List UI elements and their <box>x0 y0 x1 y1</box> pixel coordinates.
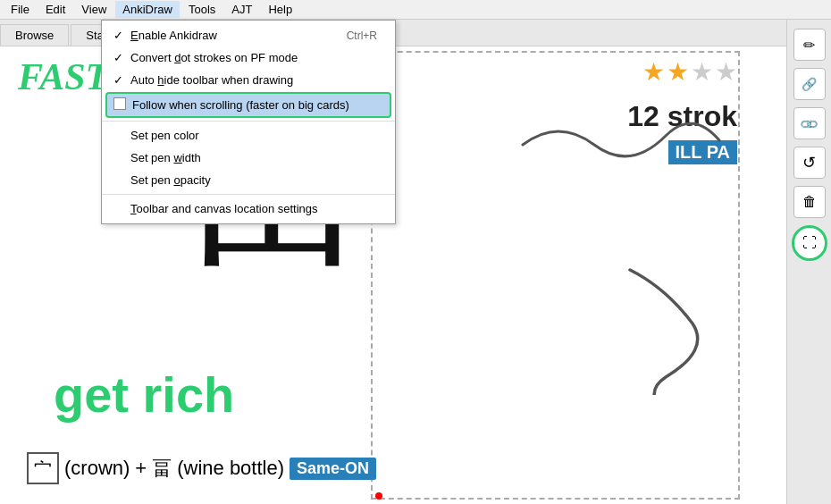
menu-follow-scrolling[interactable]: Follow when scrolling (faster on big car… <box>105 92 391 118</box>
menu-convert-dot[interactable]: ✓ Convert dot strokes on PF mode <box>102 46 395 69</box>
same-on-badge: Same-ON <box>290 458 376 480</box>
chain-icon: 🔗 <box>799 113 819 133</box>
tab-browse[interactable]: Browse <box>0 24 69 46</box>
check-enable: ✓ <box>111 29 125 42</box>
menubar-edit[interactable]: Edit <box>38 1 72 18</box>
expand-icon: ⛶ <box>802 235 817 251</box>
refresh-button[interactable]: ↺ <box>793 147 826 179</box>
decomp-crown-char: 宀 <box>27 452 59 484</box>
red-dot <box>375 492 382 500</box>
check-follow <box>113 97 127 113</box>
decomp-bottle-char: 畐 <box>152 455 172 482</box>
auto-hide-label: Auto hide toolbar when drawing <box>130 73 377 87</box>
menubar-ankidraw[interactable]: AnkiDraw <box>115 1 180 18</box>
check-convert: ✓ <box>111 51 125 64</box>
menu-divider-1 <box>102 121 395 122</box>
get-rich-text: get rich <box>54 365 234 424</box>
menubar-ajt[interactable]: AJT <box>224 1 259 18</box>
menu-enable-ankidraw[interactable]: ✓ Enable Ankidraw Ctrl+R <box>102 24 395 46</box>
delete-button[interactable]: 🗑 <box>793 186 826 218</box>
pen-opacity-label: Set pen opacity <box>130 173 377 187</box>
menu-pen-opacity[interactable]: Set pen opacity <box>102 169 395 191</box>
expand-button[interactable]: ⛶ <box>792 225 827 261</box>
menubar-view[interactable]: View <box>74 1 113 18</box>
check-autohide: ✓ <box>111 73 125 87</box>
ankidraw-dropdown: ✓ Enable Ankidraw Ctrl+R ✓ Convert dot s… <box>101 20 396 224</box>
menubar-help[interactable]: Help <box>261 1 299 18</box>
right-sidebar: ✏ 🔗 🔗 ↺ 🗑 ⛶ <box>786 20 831 504</box>
pen-width-label: Set pen width <box>130 151 377 164</box>
decomp-row: 宀 (crown) + 畐 (wine bottle) Same-ON <box>27 452 376 484</box>
menu-toolbar-settings[interactable]: Toolbar and canvas location settings <box>102 197 395 220</box>
pencil-icon: ✏ <box>803 37 815 54</box>
edit-button[interactable]: ✏ <box>793 29 826 61</box>
link-icon: 🔗 <box>802 77 817 91</box>
handwriting-svg <box>505 91 737 395</box>
follow-checkbox[interactable] <box>113 97 126 110</box>
menu-auto-hide[interactable]: ✓ Auto hide toolbar when drawing <box>102 69 395 91</box>
menubar: File Edit View AnkiDraw Tools AJT Help <box>0 0 831 20</box>
menu-divider-2 <box>102 194 395 195</box>
chain-button[interactable]: 🔗 <box>793 107 826 139</box>
refresh-icon: ↺ <box>802 153 816 172</box>
menubar-file[interactable]: File <box>4 1 37 18</box>
menu-pen-color[interactable]: Set pen color <box>102 124 395 147</box>
bottle-label: (wine bottle) <box>177 457 284 480</box>
menu-pen-width[interactable]: Set pen width <box>102 147 395 169</box>
pen-color-label: Set pen color <box>130 129 377 142</box>
trash-icon: 🗑 <box>802 194 817 210</box>
follow-scrolling-label: Follow when scrolling (faster on big car… <box>132 98 375 112</box>
toolbar-settings-label: Toolbar and canvas location settings <box>130 202 377 215</box>
crown-label: (crown) <box>64 457 130 480</box>
enable-shortcut: Ctrl+R <box>347 29 377 42</box>
fast-text: FAST <box>18 55 108 98</box>
enable-ankidraw-label: Enable Ankidraw <box>130 29 323 42</box>
decomp-plus: + <box>135 457 147 480</box>
menubar-tools[interactable]: Tools <box>181 1 222 18</box>
convert-dot-label: Convert dot strokes on PF mode <box>130 51 377 64</box>
link-button[interactable]: 🔗 <box>793 68 826 100</box>
